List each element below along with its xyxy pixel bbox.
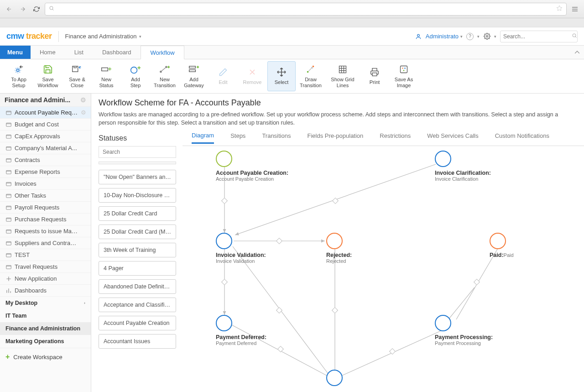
statuses-scrollbar[interactable] <box>99 162 176 164</box>
bookmark-star-icon[interactable] <box>556 5 563 13</box>
sidebar-item[interactable]: Travel Requests⚙ <box>0 261 91 273</box>
nav-home[interactable]: Home <box>31 46 65 59</box>
nav-back-icon[interactable] <box>4 4 15 15</box>
nav-forward-icon[interactable] <box>17 4 28 15</box>
draw-arrow-icon <box>306 64 316 75</box>
sidebar-item[interactable]: Payroll Requests⚙ <box>0 202 91 214</box>
status-chip[interactable]: "Now Open" Banners and/... <box>99 170 176 184</box>
status-chip[interactable]: Account Payable Creation <box>99 316 176 330</box>
nav-reload-icon[interactable] <box>31 4 42 15</box>
sidebar-item[interactable]: Purchase Requests⚙ <box>0 214 91 225</box>
sidebar-header-label: Finance and Admini... <box>5 96 70 104</box>
global-search-input[interactable] <box>503 33 572 40</box>
node-paid[interactable]: Paid:Paid <box>490 233 514 258</box>
statuses-panel: Statuses "Now Open" Banners and/...10-Da… <box>91 130 182 392</box>
sidebar-item[interactable]: Account Payable Requ...⚙ <box>0 107 91 119</box>
save-as-image-button[interactable]: Save As Image <box>390 61 418 91</box>
save-close-button[interactable]: Save & Close <box>63 61 91 91</box>
nav-dashboard[interactable]: Dashboard <box>93 46 141 59</box>
status-chip[interactable]: 25 Dollar Credit Card <box>99 206 176 221</box>
node-sublabel: Payment Processing <box>435 340 493 346</box>
add-step-button[interactable]: Add Step <box>121 61 150 91</box>
folder-icon <box>5 169 12 175</box>
status-chip[interactable]: Abandoned Date Definition <box>99 279 176 294</box>
svg-rect-10 <box>102 68 108 71</box>
sidebar-item[interactable]: Invoices⚙ <box>0 178 91 190</box>
new-transition-button[interactable]: New Transition <box>151 61 179 91</box>
nav-list[interactable]: List <box>65 46 93 59</box>
sidebar-section-finance[interactable]: Finance and Administration <box>0 322 91 335</box>
node-payment-deferred[interactable]: Payment Deferred: Payment Deferred <box>216 315 266 346</box>
sidebar-item[interactable]: New Application⚙ <box>0 273 91 285</box>
sidebar-header[interactable]: Finance and Admini... ⚙ <box>0 94 91 107</box>
sidebar-item[interactable]: Requests to issue Mat...⚙ <box>0 225 91 237</box>
status-chip[interactable]: 25 Dollar Credit Card (Moc... <box>99 225 176 239</box>
node-account-payable-creation[interactable]: Account Payable Creation: Account Payabl… <box>216 151 288 182</box>
node-rejected[interactable]: Rejected: Rejected <box>326 233 352 264</box>
sidebar-section-marketing[interactable]: Marketing Operations <box>0 335 91 348</box>
nav-collapse-icon[interactable] <box>570 46 584 59</box>
gear-icon[interactable]: ⚙ <box>81 109 86 116</box>
user-icon <box>415 33 422 40</box>
search-icon[interactable] <box>572 33 577 40</box>
new-status-button[interactable]: New Status <box>92 61 120 91</box>
tab-steps[interactable]: Steps <box>230 132 245 143</box>
sidebar-item-label: Requests to issue Mat... <box>15 228 78 235</box>
gear-icon[interactable]: ⚙ <box>80 96 86 104</box>
svg-rect-30 <box>6 194 11 198</box>
help-dropdown-icon[interactable]: ▾ <box>477 34 480 39</box>
sidebar-item[interactable]: Expense Reports⚙ <box>0 166 91 178</box>
node-invoice-clarification[interactable]: Invoice Clarification: Invoice Clarifica… <box>435 151 491 182</box>
url-bar[interactable] <box>45 3 567 16</box>
node-invoice-validation[interactable]: Invoice Validation: Invoice Validation <box>216 233 266 264</box>
browser-menu-icon[interactable] <box>569 5 580 13</box>
node-bottom[interactable] <box>326 370 343 386</box>
sidebar-item[interactable]: TEST⚙ <box>0 249 91 261</box>
status-chip[interactable]: 4 Pager <box>99 261 176 276</box>
nav-workflow[interactable]: Workflow <box>141 46 184 59</box>
sidebar-item[interactable]: Contracts⚙ <box>0 154 91 166</box>
to-app-setup-button[interactable]: To App Setup <box>5 61 33 91</box>
svg-rect-31 <box>6 206 11 209</box>
workflow-edges <box>182 146 584 392</box>
sidebar-section-my-desktop[interactable]: My Desktop› <box>0 297 91 309</box>
sidebar-item[interactable]: Other Tasks⚙ <box>0 190 91 202</box>
tab-webservices[interactable]: Web Services Calls <box>427 132 478 143</box>
sidebar-section-it-team[interactable]: IT Team <box>0 309 91 322</box>
sidebar-item[interactable]: Company's Material A...⚙ <box>0 142 91 154</box>
chevron-down-icon: ▾ <box>139 34 141 39</box>
node-circle <box>326 370 343 386</box>
tab-diagram[interactable]: Diagram <box>192 132 214 144</box>
select-tool-button[interactable]: Select <box>267 61 296 91</box>
tab-restrictions[interactable]: Restrictions <box>380 132 411 143</box>
user-menu[interactable]: Administrato▾ <box>426 33 463 40</box>
statuses-search-input[interactable] <box>99 146 176 158</box>
status-chip[interactable]: Acceptance and Classificati... <box>99 298 176 312</box>
app-selector[interactable]: Finance and Administration ▾ <box>58 31 142 42</box>
print-button[interactable]: Print <box>360 61 389 91</box>
draw-transition-button[interactable]: Draw Transition <box>297 61 325 91</box>
sidebar-item[interactable]: Suppliers and Contrac...⚙ <box>0 237 91 249</box>
sidebar-item[interactable]: Dashboards⚙ <box>0 285 91 297</box>
nav-tabs: Menu Home List Dashboard Workflow <box>0 46 584 59</box>
global-search[interactable] <box>500 31 578 42</box>
help-icon[interactable]: ? <box>466 33 474 40</box>
add-gateway-button[interactable]: Add Gateway <box>180 61 208 91</box>
create-workspace-button[interactable]: + Create Workspace <box>0 348 91 366</box>
nav-menu[interactable]: Menu <box>0 46 31 59</box>
settings-dropdown-icon[interactable]: ▾ <box>494 34 496 39</box>
sidebar-item[interactable]: CapEx Approvals⚙ <box>0 131 91 142</box>
status-chip[interactable]: 3th Week of Training <box>99 243 176 257</box>
sidebar-item[interactable]: Budget and Cost⚙ <box>0 119 91 131</box>
tab-transitions[interactable]: Transitions <box>262 132 291 143</box>
save-workflow-button[interactable]: Save Workflow <box>34 61 62 91</box>
node-payment-processing[interactable]: Payment Processing: Payment Processing <box>435 315 493 346</box>
tab-fields[interactable]: Fields Pre-population <box>307 132 363 143</box>
status-chip[interactable]: Accountant Issues <box>99 334 176 349</box>
settings-gear-icon[interactable] <box>483 33 490 40</box>
svg-point-16 <box>307 71 309 73</box>
show-grid-button[interactable]: Show Grid Lines <box>326 61 360 91</box>
status-chip[interactable]: 10-Day Non-Disclosure Init... <box>99 188 176 203</box>
tab-notifications[interactable]: Custom Notifications <box>495 132 549 143</box>
workflow-canvas[interactable]: Account Payable Creation: Account Payabl… <box>182 146 584 392</box>
